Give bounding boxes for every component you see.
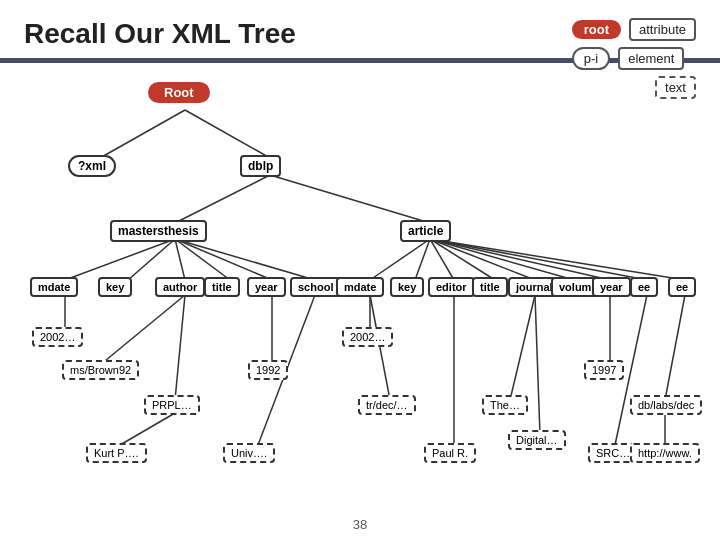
node-http: http://www. <box>630 443 700 463</box>
node-key-l: key <box>98 277 132 297</box>
node-the: The… <box>482 395 528 415</box>
svg-line-3 <box>270 175 430 223</box>
node-digital: Digital… <box>508 430 566 450</box>
svg-line-21 <box>430 239 574 280</box>
svg-line-1 <box>185 110 270 158</box>
node-root: Root <box>148 83 210 101</box>
node-ee-l: ee <box>630 277 658 297</box>
attribute-badge: attribute <box>629 18 696 41</box>
svg-line-12 <box>175 295 185 400</box>
svg-line-32 <box>665 295 685 400</box>
node-title-r: title <box>472 277 508 297</box>
node-dblp: dblp <box>240 155 281 177</box>
node-year1997: 1997 <box>584 360 624 380</box>
node-school: school <box>290 277 341 297</box>
node-xml: ?xml <box>68 155 116 177</box>
svg-line-26 <box>370 295 390 400</box>
node-editor: editor <box>428 277 475 297</box>
node-mastersthesis: mastersthesis <box>110 220 207 242</box>
svg-line-5 <box>128 239 175 280</box>
root-badge: root <box>572 20 621 39</box>
svg-line-13 <box>120 413 175 445</box>
node-year2002-r: 2002… <box>342 327 393 347</box>
svg-line-28 <box>510 295 535 400</box>
node-year1992: 1992 <box>248 360 288 380</box>
svg-line-8 <box>175 239 272 280</box>
svg-line-0 <box>100 110 185 158</box>
svg-line-17 <box>415 239 430 280</box>
node-ee-r: ee <box>668 277 696 297</box>
node-univ: Univ…. <box>223 443 275 463</box>
node-year2002-l: 2002… <box>32 327 83 347</box>
node-dblabs: db/labs/dec <box>630 395 702 415</box>
node-year-r: year <box>592 277 631 297</box>
node-mdate-r: mdate <box>336 277 384 297</box>
node-article: article <box>400 220 451 242</box>
svg-line-11 <box>100 295 185 365</box>
node-prpl: PRPL… <box>144 395 200 415</box>
node-title-l: title <box>204 277 240 297</box>
node-msbrown: ms/Brown92 <box>62 360 139 380</box>
page-number: 38 <box>353 517 367 532</box>
svg-line-16 <box>370 239 430 280</box>
node-kurtp: Kurt P…. <box>86 443 147 463</box>
node-trdec: tr/dec/… <box>358 395 416 415</box>
node-mdate-l: mdate <box>30 277 78 297</box>
svg-line-9 <box>175 239 315 280</box>
node-year-l: year <box>247 277 286 297</box>
svg-line-29 <box>535 295 540 435</box>
node-key-r: key <box>390 277 424 297</box>
svg-line-4 <box>65 239 175 280</box>
tree-area: Root ?xml dblp mastersthesis article mda… <box>0 55 720 515</box>
node-author: author <box>155 277 205 297</box>
svg-line-2 <box>175 175 270 223</box>
node-paulr: Paul R. <box>424 443 476 463</box>
svg-line-24 <box>430 239 685 280</box>
